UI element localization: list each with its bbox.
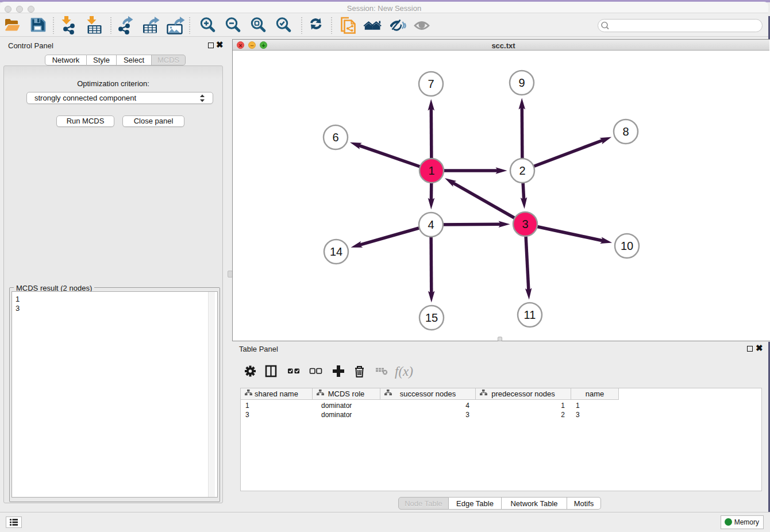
svg-text:15: 15 xyxy=(425,311,438,324)
svg-text:3: 3 xyxy=(522,218,528,230)
svg-text:1: 1 xyxy=(428,164,434,177)
svg-text:9: 9 xyxy=(518,76,525,89)
svg-text:14: 14 xyxy=(330,245,342,258)
svg-text:8: 8 xyxy=(622,125,629,138)
svg-text:10: 10 xyxy=(621,240,633,252)
svg-text:11: 11 xyxy=(524,309,536,321)
svg-text:f(x): f(x) xyxy=(395,364,413,379)
svg-text:6: 6 xyxy=(332,131,338,144)
svg-text:7: 7 xyxy=(428,78,434,90)
svg-text:4: 4 xyxy=(428,218,434,231)
svg-text:2: 2 xyxy=(519,164,525,177)
